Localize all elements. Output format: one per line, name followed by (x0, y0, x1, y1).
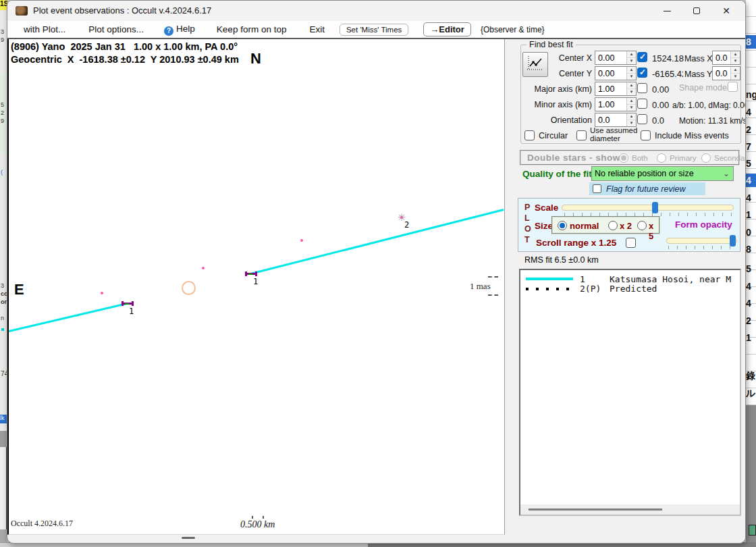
fit-x-checkbox[interactable] (637, 52, 647, 62)
orientation-spinner[interactable]: ▲▼ (626, 113, 636, 126)
scale-label: Scale (535, 203, 558, 213)
scroll-range-checkbox[interactable] (626, 238, 636, 248)
spinner-up-icon[interactable]: ▲ (627, 82, 636, 89)
mass-y-label: Mass Y (684, 70, 712, 79)
double-stars-primary-radio[interactable] (657, 153, 666, 163)
fit-y-checkbox[interactable] (637, 68, 647, 78)
circular-checkbox[interactable] (524, 130, 535, 140)
use-assumed-diameter-checkbox[interactable] (576, 130, 587, 140)
fit-y-value: -6165.42 (652, 69, 683, 79)
menu-help[interactable]: ?Help (164, 24, 195, 36)
fit-minor-checkbox[interactable] (637, 99, 647, 109)
mass-x-spinner[interactable]: ▲▼ (730, 51, 740, 64)
title-bar: Plot event observations : Occult v.4.202… (7, 1, 745, 21)
occult-version-label: Occult 4.2024.6.17 (11, 519, 73, 529)
size-label: Size (535, 221, 553, 231)
orientation-input[interactable]: ▲▼ (595, 113, 637, 127)
plot-header: (8906) Yano 2025 Jan 31 1.00 x 1.00 km, … (11, 41, 239, 66)
plot-header-line1: (8906) Yano 2025 Jan 31 1.00 x 1.00 km, … (11, 41, 239, 53)
plot-vertical-letter: P (524, 203, 530, 212)
opacity-slider-track[interactable] (666, 238, 737, 244)
spinner-down-icon[interactable]: ▼ (731, 58, 740, 64)
north-label: N (250, 50, 261, 68)
observer-time-label[interactable]: {Observer & time} (481, 25, 545, 34)
center-x-input[interactable]: ▲▼ (595, 51, 637, 65)
legend-entry-text: Katsumasa Hosoi, near M (610, 274, 731, 284)
close-button[interactable]: ✕ (711, 1, 741, 21)
mass-x-input[interactable]: ▲▼ (712, 51, 740, 65)
flag-review-label: Flag for future review (606, 184, 685, 194)
spinner-up-icon[interactable]: ▲ (627, 113, 636, 120)
menu-exit[interactable]: Exit (309, 24, 325, 34)
include-miss-events-checkbox[interactable] (641, 130, 651, 140)
legend-box[interactable]: 1 Katsumasa Hosoi, near M 2(P) Predicted (519, 269, 741, 516)
ab-dmag-label: a/b: 1.00, dMag: 0.00 (672, 101, 746, 110)
best-fit-ellipse (182, 281, 196, 295)
spinner-down-icon[interactable]: ▼ (627, 105, 636, 111)
double-stars-secondary-radio[interactable] (701, 153, 711, 163)
chord-number-label: 1 (253, 277, 258, 286)
fit-orientation-value: 0.0 (652, 115, 664, 126)
mass-y-input[interactable]: ▲▼ (712, 66, 740, 80)
minor-axis-spinner[interactable]: ▲▼ (626, 98, 636, 111)
spinner-up-icon[interactable]: ▲ (627, 67, 636, 74)
close-icon: ✕ (722, 6, 730, 16)
spinner-down-icon[interactable]: ▼ (627, 120, 636, 126)
scale-slider-track[interactable] (562, 205, 734, 211)
quality-of-fit-dropdown[interactable]: No reliable position or size ⌄ (591, 166, 734, 181)
major-axis-spinner[interactable]: ▲▼ (626, 82, 636, 95)
shape-model-checkbox[interactable] (728, 82, 738, 92)
maximize-button[interactable] (682, 1, 711, 21)
observed-chord-segment-east (250, 209, 504, 275)
major-axis-input[interactable]: ▲▼ (595, 82, 637, 96)
legend-scrollbar-thumb[interactable] (529, 509, 662, 511)
legend-entry-observed: 1 Katsumasa Hosoi, near M (526, 274, 741, 284)
mass-x-label: Mass X (684, 54, 713, 63)
minimize-button[interactable] (652, 1, 682, 21)
menu-plot-options[interactable]: Plot options... (88, 24, 144, 34)
set-miss-times-button[interactable]: Set 'Miss' Times (340, 24, 408, 36)
double-stars-both-radio[interactable] (619, 153, 628, 163)
legend-entry-number: 1 (580, 274, 610, 284)
rms-fit-label: RMS fit 6.5 ±0.0 km (524, 255, 599, 265)
scale-slider-thumb[interactable] (652, 202, 658, 213)
use-assumed-diameter-label: Use assumed diameter (590, 126, 639, 142)
spinner-up-icon[interactable]: ▲ (731, 51, 740, 58)
double-stars-group: Double stars - show Both Primary Seconda… (520, 150, 740, 165)
plot-horizontal-scrollbar-thumb[interactable] (182, 537, 195, 539)
menu-keep-on-top[interactable]: Keep form on top (217, 24, 287, 34)
editor-button[interactable]: →Editor (423, 22, 471, 36)
fit-orientation-checkbox[interactable] (637, 114, 647, 124)
spinner-up-icon[interactable]: ▲ (731, 67, 740, 74)
size-x5-radio[interactable] (637, 221, 647, 230)
center-y-spinner[interactable]: ▲▼ (626, 67, 636, 80)
menu-bar: with Plot... Plot options... ?Help Keep … (7, 21, 745, 39)
legend-entry-number: 2(P) (580, 284, 610, 294)
center-y-input[interactable]: ▲▼ (595, 66, 637, 80)
menu-with-plot[interactable]: with Plot... (24, 24, 65, 34)
find-best-fit-title: Find best fit (526, 40, 576, 49)
predicted-number-label: 2 (404, 220, 409, 230)
size-x2-radio[interactable] (608, 221, 618, 230)
spinner-down-icon[interactable]: ▼ (627, 58, 636, 64)
size-normal-radio[interactable] (558, 221, 567, 230)
spinner-up-icon[interactable]: ▲ (627, 51, 636, 58)
background-green-cell (749, 525, 756, 536)
form-opacity-label: Form opacity (675, 219, 732, 230)
legend-horizontal-scrollbar[interactable] (520, 504, 740, 515)
mass-y-spinner[interactable]: ▲▼ (730, 67, 740, 80)
spinner-down-icon[interactable]: ▼ (731, 74, 740, 80)
spinner-down-icon[interactable]: ▼ (627, 74, 636, 80)
minor-axis-input[interactable]: ▲▼ (595, 97, 637, 111)
flag-review-checkbox[interactable] (593, 184, 601, 193)
window-title: Plot event observations : Occult v.4.202… (33, 5, 211, 16)
minimize-icon (664, 11, 671, 11)
plot-canvas[interactable]: (8906) Yano 2025 Jan 31 1.00 x 1.00 km, … (7, 39, 505, 535)
fit-major-checkbox[interactable] (637, 83, 647, 93)
predicted-path-dot (202, 267, 205, 269)
spinner-up-icon[interactable]: ▲ (627, 98, 636, 105)
center-x-spinner[interactable]: ▲▼ (626, 51, 636, 64)
spinner-down-icon[interactable]: ▼ (627, 89, 636, 95)
opacity-slider-thumb[interactable] (730, 235, 736, 246)
mas-scale-tick (488, 276, 498, 278)
